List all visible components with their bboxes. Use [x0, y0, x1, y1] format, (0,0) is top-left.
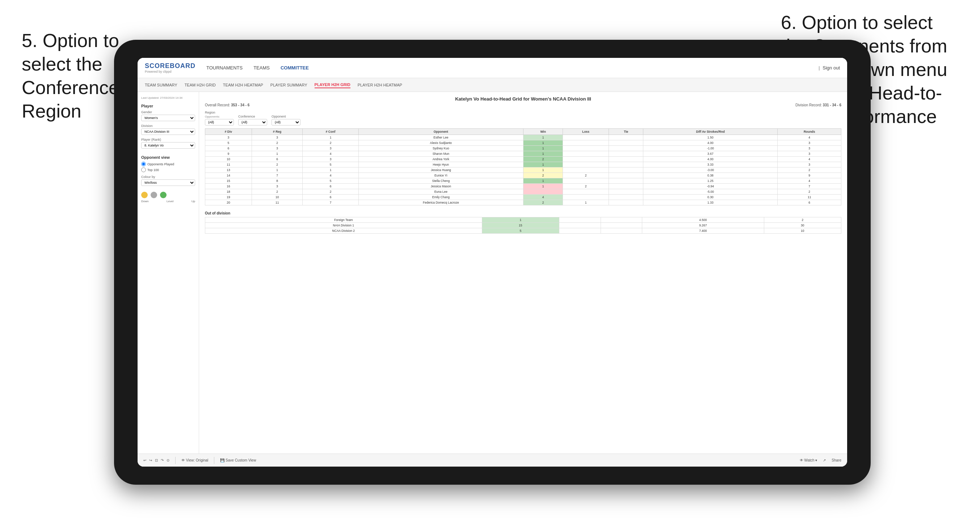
cell-ood-loss: [559, 228, 601, 234]
cell-tie: [609, 151, 643, 157]
toolbar-export[interactable]: ↗: [823, 458, 826, 462]
radio-top-100[interactable]: Top 100: [141, 167, 195, 172]
cell-loss: [563, 157, 609, 162]
cell-conf: 3: [303, 146, 358, 151]
cell-win: 2: [523, 173, 563, 178]
sub-nav-player-h2h-grid[interactable]: PLAYER H2H GRID: [315, 82, 350, 88]
toolbar-save-custom-view[interactable]: 💾 Save Custom View: [220, 458, 256, 462]
division-record: Division Record: 331 - 34 - 6: [795, 103, 842, 107]
filter-row: Region Opponents: (All) Conference (All): [205, 111, 842, 125]
toolbar-share[interactable]: Share: [832, 458, 842, 462]
last-updated: Last Updated: 27/03/2024 14:34: [141, 96, 195, 100]
cell-rounds: 2: [778, 167, 842, 173]
top-navigation: SCOREBOARD Powered by clippd TOURNAMENTS…: [138, 58, 847, 78]
cell-reg: 1: [251, 167, 303, 173]
conference-select[interactable]: (All): [238, 119, 267, 125]
cell-ood-tie: [601, 228, 642, 234]
cell-win: 1: [523, 167, 563, 173]
cell-ood-diff: 9.267: [642, 223, 764, 228]
col-diff: Diff Av Strokes/Rnd: [643, 129, 778, 135]
cell-tie: [609, 173, 643, 178]
colour-label-level: Level: [167, 200, 173, 203]
cell-rounds: 11: [778, 195, 842, 200]
colour-circle-level: [151, 192, 157, 198]
toolbar-view-original[interactable]: 👁 View: Original: [181, 458, 208, 462]
overall-record: Overall Record: 353 - 34 - 6: [205, 103, 250, 107]
cell-opponent: Eunice Yi: [358, 173, 523, 178]
cell-ood-win: 15: [482, 223, 559, 228]
colour-by-select[interactable]: Win/loss: [141, 179, 195, 186]
cell-reg: 3: [251, 184, 303, 189]
toolbar-settings[interactable]: ⊙: [167, 458, 169, 462]
opponent-view-label: Opponent view: [141, 155, 195, 160]
cell-reg: 7: [251, 173, 303, 178]
cell-win: 1: [523, 162, 563, 167]
cell-div: 10: [205, 157, 252, 162]
nav-committee[interactable]: COMMITTEE: [280, 63, 309, 72]
cell-div: 5: [205, 140, 252, 146]
col-loss: Loss: [563, 129, 609, 135]
sub-nav-team-summary[interactable]: TEAM SUMMARY: [145, 82, 177, 88]
cell-diff: 4.00: [643, 157, 778, 162]
cell-loss: [563, 189, 609, 195]
cell-opponent: Sydney Kuo: [358, 146, 523, 151]
cell-win: 1: [523, 184, 563, 189]
division-label: Division: [141, 124, 195, 128]
player-section-title: Player: [141, 104, 195, 108]
cell-loss: [563, 135, 609, 140]
out-of-division-row: NAIA Division 1 15 9.267 30: [205, 223, 842, 228]
colour-label-up: Up: [191, 200, 195, 203]
tablet-device: SCOREBOARD Powered by clippd TOURNAMENTS…: [114, 40, 871, 485]
col-win: Win: [523, 129, 563, 135]
toolbar-redo[interactable]: ↷: [161, 458, 164, 462]
cell-loss: [563, 146, 609, 151]
nav-separator: |: [819, 65, 819, 70]
toolbar-grid[interactable]: ⊡: [155, 458, 158, 462]
gender-select[interactable]: Women's: [141, 115, 195, 121]
cell-rounds: 7: [778, 184, 842, 189]
toolbar-back[interactable]: ↪: [149, 458, 152, 462]
colour-label-down: Down: [141, 200, 148, 203]
toolbar-right: 👁 Watch ▾ ↗ Share: [800, 458, 842, 462]
col-conf: # Conf: [303, 129, 358, 135]
toolbar-undo[interactable]: ↩: [143, 458, 146, 462]
nav-tournaments[interactable]: TOURNAMENTS: [206, 63, 243, 72]
gender-label: Gender: [141, 110, 195, 114]
toolbar-watch[interactable]: 👁 Watch ▾: [800, 458, 818, 462]
sub-nav-player-summary[interactable]: PLAYER SUMMARY: [270, 82, 307, 88]
cell-tie: [609, 162, 643, 167]
report-title: Katelyn Vo Head-to-Head Grid for Women's…: [205, 96, 842, 102]
opponent-select[interactable]: (All): [272, 119, 301, 125]
cell-opponent: Andrea York: [358, 157, 523, 162]
sidebar: Last Updated: 27/03/2024 14:34 Player Ge…: [138, 92, 199, 454]
region-filter-group: Region Opponents: (All): [205, 111, 234, 125]
cell-tie: [609, 189, 643, 195]
table-row: 6 3 3 Sydney Kuo 1 -1.00 3: [205, 146, 842, 151]
toolbar-sep-2: [214, 457, 214, 464]
cell-rounds: 4: [778, 135, 842, 140]
player-rank-select[interactable]: 8. Katelyn Vo: [141, 142, 195, 149]
cell-diff: -5.00: [643, 189, 778, 195]
cell-win: 1: [523, 146, 563, 151]
table-row: 10 6 3 Andrea York 2 4.00 4: [205, 157, 842, 162]
opponent-filter-group: Opponent (All): [272, 115, 301, 125]
logo-text: SCOREBOARD: [145, 62, 196, 70]
table-row: 15 8 5 Stella Cheng 1 1.25 4: [205, 178, 842, 184]
tablet-screen: SCOREBOARD Powered by clippd TOURNAMENTS…: [138, 58, 847, 467]
radio-opponents-played[interactable]: Opponents Played: [141, 162, 195, 167]
sub-nav-team-h2h-heatmap[interactable]: TEAM H2H HEATMAP: [223, 82, 263, 88]
sign-out-button[interactable]: Sign out: [822, 63, 840, 72]
cell-ood-loss: [559, 217, 601, 223]
cell-ood-rounds: 2: [764, 217, 841, 223]
colour-circle-up: [160, 192, 167, 198]
division-select[interactable]: NCAA Division III: [141, 129, 195, 135]
sub-nav-player-h2h-heatmap[interactable]: PLAYER H2H HEATMAP: [358, 82, 402, 88]
nav-teams[interactable]: TEAMS: [253, 63, 270, 72]
sub-nav-team-h2h-grid[interactable]: TEAM H2H GRID: [185, 82, 216, 88]
data-area: Katelyn Vo Head-to-Head Grid for Women's…: [199, 92, 847, 454]
cell-win: [523, 189, 563, 195]
region-select[interactable]: (All): [205, 119, 234, 125]
opponent-view-radio-group: Opponents Played Top 100: [141, 162, 195, 172]
cell-div: 11: [205, 162, 252, 167]
cell-ood-rounds: 30: [764, 223, 841, 228]
